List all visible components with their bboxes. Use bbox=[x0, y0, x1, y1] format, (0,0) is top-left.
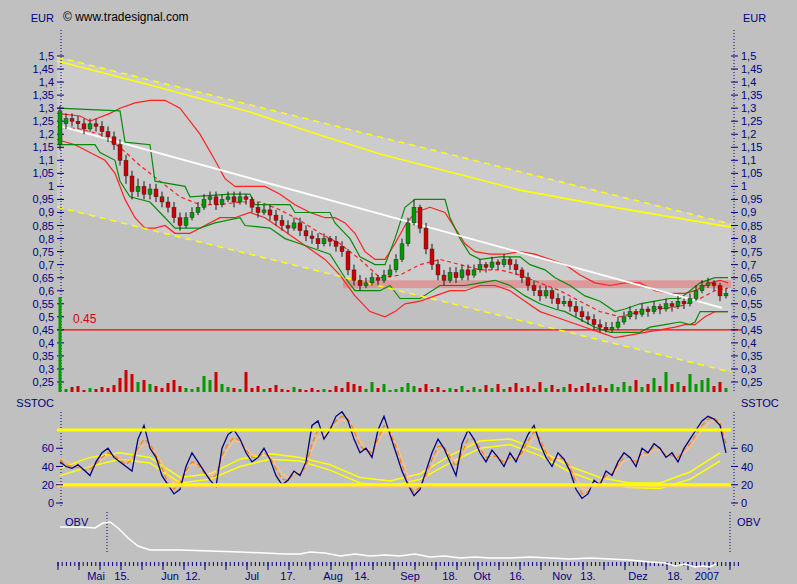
axis-tick-label: 1,15 bbox=[741, 141, 781, 153]
axis-tick-label: 1,05 bbox=[741, 167, 781, 179]
axis-tick-label: Sep bbox=[392, 570, 428, 582]
axis-tick-label: 0,75 bbox=[16, 246, 54, 258]
axis-tick-label: 0,35 bbox=[16, 350, 54, 362]
axis-tick-label: 20 bbox=[741, 479, 781, 491]
sstoc-panel-label-right: SSTOC bbox=[741, 397, 779, 409]
trading-chart-window: EUR © www.tradesignal.com EUR 0.45 SSTOC… bbox=[0, 0, 797, 584]
axis-tick-label: 1,1 bbox=[16, 154, 54, 166]
axis-tick-label: 0,6 bbox=[16, 285, 54, 297]
axis-tick-label: 60 bbox=[741, 442, 781, 454]
axis-tick-label: 1,1 bbox=[741, 154, 781, 166]
axis-tick-label: 1,15 bbox=[16, 141, 54, 153]
sstoc-panel-label-left: SSTOC bbox=[10, 397, 54, 409]
copyright-text: © www.tradesignal.com bbox=[63, 11, 189, 23]
axis-tick-label: 0,5 bbox=[16, 311, 54, 323]
axis-tick-label: 0,7 bbox=[16, 259, 54, 271]
axis-tick-label: 0,8 bbox=[741, 233, 781, 245]
axis-tick-label: 0 bbox=[16, 497, 54, 509]
axis-tick-label: 0,4 bbox=[16, 337, 54, 349]
obv-panel-label-left: OBV bbox=[65, 516, 88, 528]
axis-tick-label: 1,4 bbox=[16, 76, 54, 88]
axis-tick-label: 0,3 bbox=[16, 363, 54, 375]
axis-tick-label: 17. bbox=[270, 570, 306, 582]
axis-tick-label: 0,75 bbox=[741, 246, 781, 258]
axis-tick-label: 0,95 bbox=[16, 193, 54, 205]
axis-tick-label: 0,25 bbox=[741, 376, 781, 388]
axis-tick-label: 0 bbox=[741, 497, 781, 509]
axis-tick-label: 1,25 bbox=[16, 115, 54, 127]
trend-channel-shading bbox=[57, 57, 731, 372]
axis-tick-label: 40 bbox=[741, 461, 781, 473]
obv-line bbox=[60, 522, 716, 567]
axis-tick-label: 1,4 bbox=[741, 76, 781, 88]
axis-tick-label: 0,6 bbox=[741, 285, 781, 297]
axis-tick-label: 0,35 bbox=[741, 350, 781, 362]
axis-tick-label: 0,85 bbox=[741, 220, 781, 232]
axis-tick-label: 1,3 bbox=[741, 102, 781, 114]
axis-tick-label: 18. bbox=[432, 570, 468, 582]
axis-tick-label: Dez bbox=[620, 570, 656, 582]
axis-tick-label: 0,4 bbox=[741, 337, 781, 349]
axis-tick-label: 1,3 bbox=[16, 102, 54, 114]
axis-tick-label: Jul bbox=[234, 570, 270, 582]
axis-tick-label: 0,65 bbox=[16, 272, 54, 284]
price-axis-unit-left: EUR bbox=[20, 12, 54, 24]
axis-tick-label: 0,5 bbox=[741, 311, 781, 323]
axis-tick-label: 0,7 bbox=[741, 259, 781, 271]
axis-tick-label: 1,2 bbox=[741, 128, 781, 140]
axis-tick-label: Okt bbox=[464, 570, 500, 582]
axis-tick-label: 0,9 bbox=[741, 206, 781, 218]
axis-tick-label: 0,55 bbox=[741, 298, 781, 310]
axis-tick-label: 1,5 bbox=[16, 50, 54, 62]
axis-tick-label: 0,85 bbox=[16, 220, 54, 232]
price-axis-unit-right: EUR bbox=[743, 12, 766, 24]
axis-tick-label: 0,45 bbox=[16, 324, 54, 336]
axis-tick-label: 1,05 bbox=[16, 167, 54, 179]
axis-tick-label: 12. bbox=[175, 570, 211, 582]
axis-tick-label: 60 bbox=[16, 442, 54, 454]
axis-tick-label: 1,35 bbox=[741, 89, 781, 101]
axis-tick-label: 18. bbox=[657, 570, 693, 582]
axis-tick-label: 0,25 bbox=[16, 376, 54, 388]
axis-tick-label: 14. bbox=[344, 570, 380, 582]
axis-tick-label: 0,65 bbox=[741, 272, 781, 284]
axis-tick-label: 0,45 bbox=[741, 324, 781, 336]
axis-tick-label: 0,3 bbox=[741, 363, 781, 375]
axis-tick-label: 16. bbox=[499, 570, 535, 582]
axis-tick-label: 1,2 bbox=[16, 128, 54, 140]
axis-tick-label: 40 bbox=[16, 461, 54, 473]
axis-tick-label: 20 bbox=[16, 479, 54, 491]
axis-tick-label: 13. bbox=[570, 570, 606, 582]
axis-tick-label: 0,95 bbox=[741, 193, 781, 205]
axis-tick-label: 1,35 bbox=[16, 89, 54, 101]
axis-tick-label: 0,55 bbox=[16, 298, 54, 310]
axis-tick-label: 1,45 bbox=[16, 63, 54, 75]
axis-tick-label: 0,9 bbox=[16, 206, 54, 218]
axis-tick-label: 1,25 bbox=[741, 115, 781, 127]
obv-panel-label-right: OBV bbox=[737, 516, 760, 528]
axis-tick-label: 1 bbox=[16, 180, 54, 192]
axis-tick-label: 1,45 bbox=[741, 63, 781, 75]
axis-tick-label: 0,8 bbox=[16, 233, 54, 245]
support-level-label: 0.45 bbox=[73, 313, 96, 325]
axis-tick-label: 1,5 bbox=[741, 50, 781, 62]
axis-tick-label: 2007 bbox=[689, 570, 725, 582]
axis-tick-label: 15. bbox=[104, 570, 140, 582]
chart-canvas bbox=[0, 0, 797, 584]
axis-tick-label: 1 bbox=[741, 180, 781, 192]
